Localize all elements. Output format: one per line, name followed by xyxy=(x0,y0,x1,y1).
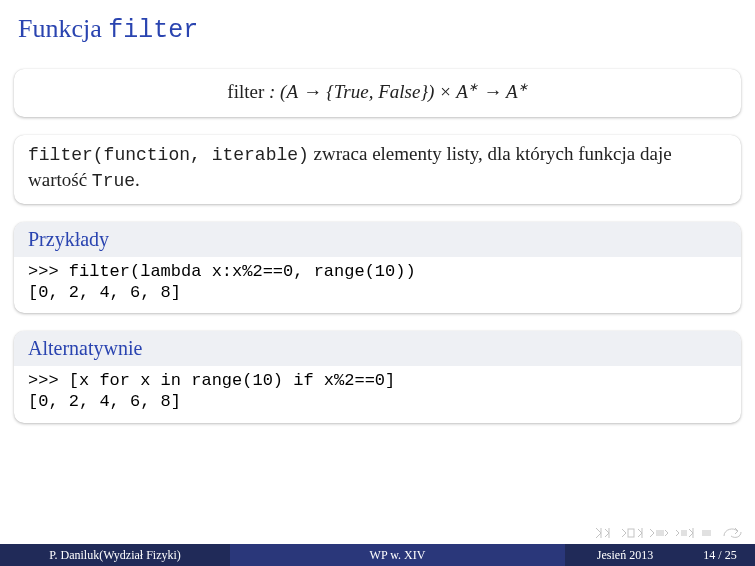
content-area: filter : (A → {True, False}) × A∗ → A∗ f… xyxy=(0,49,755,566)
footer-author: P. Daniluk(Wydział Fizyki) xyxy=(0,544,230,566)
formula-block: filter : (A → {True, False}) × A∗ → A∗ xyxy=(14,69,741,117)
alt-block: Alternatywnie >>> [x for x in range(10) … xyxy=(14,331,741,423)
nav-back-icon[interactable] xyxy=(721,526,743,540)
desc-mono1: filter(function, iterable) xyxy=(28,145,309,165)
examples-header: Przykłady xyxy=(14,222,741,257)
svg-rect-0 xyxy=(628,529,634,537)
footer-title: WP w. XIV xyxy=(230,544,565,566)
description-text: filter(function, iterable) zwraca elemen… xyxy=(14,135,741,204)
slide: Funkcja filter filter : (A → {True, Fals… xyxy=(0,0,755,566)
nav-first[interactable] xyxy=(595,527,615,539)
formula-text: filter : (A → {True, False}) × A∗ → A∗ xyxy=(14,69,741,117)
nav-prev[interactable] xyxy=(649,527,669,539)
alt-header: Alternatywnie xyxy=(14,331,741,366)
desc-text2: . xyxy=(135,169,140,190)
slide-title: Funkcja filter xyxy=(0,0,755,49)
nav-controls xyxy=(595,526,743,540)
nav-prev-section[interactable] xyxy=(621,527,643,539)
title-prefix: Funkcja xyxy=(18,14,108,43)
footer: P. Daniluk(Wydział Fizyki) WP w. XIV Jes… xyxy=(0,544,755,566)
alt-code: >>> [x for x in range(10) if x%2==0] [0,… xyxy=(14,366,741,423)
nav-mode-icon[interactable] xyxy=(701,527,715,539)
description-block: filter(function, iterable) zwraca elemen… xyxy=(14,135,741,204)
title-mono: filter xyxy=(108,16,198,45)
desc-mono2: True xyxy=(92,171,135,191)
footer-date: Jesień 2013 xyxy=(565,544,685,566)
examples-block: Przykłady >>> filter(lambda x:x%2==0, ra… xyxy=(14,222,741,314)
nav-next[interactable] xyxy=(675,527,695,539)
examples-code: >>> filter(lambda x:x%2==0, range(10)) [… xyxy=(14,257,741,314)
footer-page: 14 / 25 xyxy=(685,544,755,566)
